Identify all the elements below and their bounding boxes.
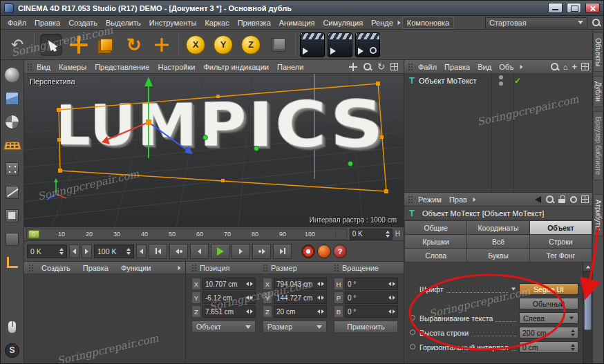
viewport-menu-filter[interactable]: Фильтр индикации [200,61,272,73]
menu-select[interactable]: Выделить [102,17,145,28]
live-selection-button[interactable] [37,30,65,59]
goto-end-button[interactable] [273,244,292,259]
step-forward-button[interactable] [82,245,92,258]
menu-create[interactable]: Создать [64,17,102,28]
close-button[interactable] [585,3,600,13]
rotation-p-field[interactable]: 0 ° [345,291,398,304]
align-select[interactable]: Слева [519,312,578,324]
pan-view-icon[interactable] [349,63,357,71]
tab-coordinates[interactable]: Координаты [467,221,529,234]
scale-tool-button[interactable] [93,30,120,59]
tweak-mode-button[interactable] [3,230,22,248]
scrollbar-thumb[interactable] [584,290,592,330]
step-back-button[interactable] [69,245,79,258]
edges-mode-button[interactable] [3,183,22,201]
lineheight-field[interactable]: 200 cm [519,327,578,338]
menu-overflow-icon[interactable] [473,197,475,201]
search-icon[interactable] [550,62,559,71]
om-menu-view[interactable]: Вид [475,61,493,73]
layout-select[interactable]: Стартовая [485,17,587,28]
record-options-button[interactable]: ? [333,245,347,258]
viewport-menu-cameras[interactable]: Камеры [55,61,90,73]
menu-tools[interactable]: Инструменты [145,17,201,28]
om-menu-objects[interactable]: Объ [497,61,516,73]
font-expand-icon[interactable] [511,288,516,291]
menu-overflow-icon[interactable] [178,265,181,269]
rotate-tool-button[interactable]: ↻ [120,30,148,59]
render-view-button[interactable] [299,30,326,59]
size-z-field[interactable]: 20 cm [274,305,327,318]
autokey-button[interactable] [317,245,331,258]
range-end-field[interactable]: 100 K [94,245,134,258]
range-lock-button[interactable] [136,245,147,258]
menu-layout[interactable]: Компоновка [402,17,454,29]
undo-button[interactable]: ↶ [3,30,31,59]
position-mode-select[interactable]: Объект [191,320,256,333]
object-tree[interactable]: T Объект МоТекст ✓ [404,74,592,193]
menu-overflow-icon[interactable] [397,20,400,24]
tab-lines[interactable]: Строки [530,235,592,248]
attributes-scrollbar[interactable] [583,262,592,364]
next-key-button[interactable] [252,244,271,259]
mode-arrow-icon[interactable] [535,196,541,203]
move-gizmo[interactable] [102,77,193,158]
search-icon[interactable] [592,18,601,27]
timeline-ruler[interactable]: 0 10 20 30 40 50 60 70 80 90 100 [26,229,347,240]
tab-object[interactable]: Объект [530,221,592,234]
enable-check-icon[interactable]: ✓ [514,76,521,86]
minimize-button[interactable] [548,3,563,13]
menu-render[interactable]: Ренде [367,17,397,28]
anim-toggle-icon[interactable] [410,344,415,349]
tab-general[interactable]: Общие [405,221,466,234]
lock-y-button[interactable]: Y [209,30,237,59]
next-frame-button[interactable] [232,244,250,259]
create-menu[interactable]: Создать [37,262,75,274]
viewport-menu-display[interactable]: Представление [91,61,153,73]
last-tool-button[interactable] [148,30,176,59]
layout-icon[interactable] [581,195,589,203]
target-icon[interactable] [570,196,577,203]
camera-label[interactable]: Перспектива [30,77,75,86]
goto-start-button[interactable] [149,244,167,259]
current-frame-field[interactable]: 0 K [350,229,393,240]
viewport-menu-panel[interactable]: Панели [274,61,307,73]
prev-key-button[interactable] [169,244,188,259]
functions-menu[interactable]: Функции [117,262,155,274]
scroll-up-icon[interactable] [583,262,592,271]
am-menu-edit[interactable]: Прав [447,194,469,205]
tab-caps[interactable]: Крышки [405,235,466,248]
hspace-field[interactable]: 0 cm [519,341,578,353]
anim-toggle-icon[interactable] [410,329,415,335]
edit-menu[interactable]: Правка [79,262,113,274]
prev-frame-button[interactable] [190,244,209,259]
tab-letters[interactable]: Буквы [467,249,529,262]
coord-system-button[interactable] [265,30,292,59]
viewport-menu-options[interactable]: Настройки [154,61,198,73]
om-menu-edit[interactable]: Правка [442,61,472,73]
size-x-field[interactable]: 794.043 cm [274,278,327,290]
workplane-mode-button[interactable] [3,136,22,154]
position-y-field[interactable]: -6.12 cm [202,291,256,304]
polygons-mode-button[interactable] [3,207,22,224]
model-mode-button[interactable] [3,89,22,107]
object-name[interactable]: Объект МоТекст [419,77,491,85]
lock-icon[interactable] [558,195,566,204]
axis-mode-button[interactable] [3,253,22,271]
zoom-view-icon[interactable] [363,62,372,71]
tab-words[interactable]: Слова [405,249,466,262]
om-menu-file[interactable]: Файл [416,61,439,73]
toggle-views-icon[interactable] [390,63,398,70]
record-keyframe-button[interactable] [301,245,315,258]
range-start-field[interactable]: 0 K [27,245,67,258]
menu-overflow-icon[interactable] [520,64,522,68]
size-mode-select[interactable]: Размер [263,320,327,333]
menu-snap[interactable]: Привязка [234,17,275,28]
menu-file[interactable]: Файл [3,17,30,28]
viewport-menu-view[interactable]: Вид [33,61,54,73]
visibility-dots[interactable] [491,75,511,86]
maximize-button[interactable] [567,3,581,13]
render-picture-viewer-button[interactable] [326,30,354,59]
tab-phong-tag[interactable]: Тег Фонг [530,249,592,262]
play-button[interactable] [211,244,229,259]
position-z-field[interactable]: 7.651 cm [202,305,256,318]
